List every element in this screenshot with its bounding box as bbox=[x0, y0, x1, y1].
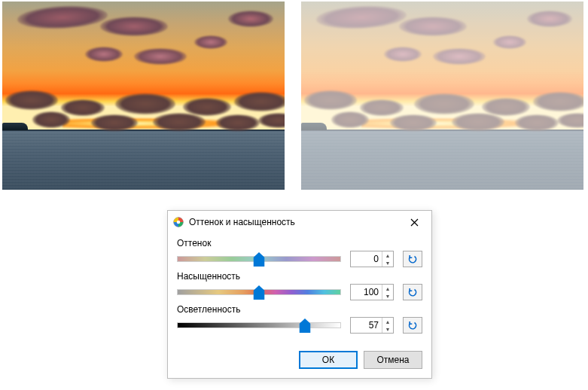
preview-images-row bbox=[0, 0, 588, 190]
lightness-label: Осветленность bbox=[177, 304, 422, 315]
hue-value: 0 bbox=[351, 254, 382, 264]
saturation-spin-down[interactable]: ▼ bbox=[382, 292, 393, 300]
hue-track bbox=[177, 256, 341, 262]
hue-reset-button[interactable] bbox=[403, 251, 422, 267]
saturation-spinner: ▲ ▼ bbox=[382, 285, 393, 300]
app-icon bbox=[172, 216, 184, 228]
lightness-reset-button[interactable] bbox=[403, 317, 422, 334]
dialog-titlebar[interactable]: Оттенок и насыщенность bbox=[168, 211, 431, 233]
close-icon bbox=[410, 218, 419, 227]
hue-spin-down[interactable]: ▼ bbox=[382, 259, 393, 267]
dialog-title: Оттенок и насыщенность bbox=[189, 217, 398, 227]
saturation-row: Насыщенность 100 ▲ ▼ bbox=[177, 271, 422, 301]
lightness-track bbox=[177, 322, 341, 328]
hue-spin-up[interactable]: ▲ bbox=[382, 251, 393, 259]
hue-saturation-dialog: Оттенок и насыщенность Оттенок 0 bbox=[167, 210, 432, 379]
lightness-number-input[interactable]: 57 ▲ ▼ bbox=[350, 317, 394, 334]
lightness-row: Осветленность 57 ▲ ▼ bbox=[177, 304, 422, 334]
undo-icon bbox=[407, 320, 418, 331]
saturation-track bbox=[177, 289, 341, 295]
preview-image-modified bbox=[301, 2, 583, 190]
cancel-button[interactable]: Отмена bbox=[364, 351, 422, 369]
lightness-value: 57 bbox=[351, 320, 382, 331]
saturation-reset-button[interactable] bbox=[403, 284, 422, 300]
saturation-value: 100 bbox=[351, 287, 382, 297]
lightness-spinner: ▲ ▼ bbox=[382, 318, 393, 333]
dialog-body: Оттенок 0 ▲ ▼ bbox=[168, 233, 431, 345]
saturation-slider[interactable] bbox=[177, 283, 341, 301]
hue-slider[interactable] bbox=[177, 250, 341, 268]
saturation-number-input[interactable]: 100 ▲ ▼ bbox=[350, 284, 394, 300]
hue-number-input[interactable]: 0 ▲ ▼ bbox=[350, 251, 394, 267]
svg-point-1 bbox=[177, 221, 181, 224]
hue-spinner: ▲ ▼ bbox=[382, 251, 393, 267]
saturation-spin-up[interactable]: ▲ bbox=[382, 285, 393, 292]
lightness-slider[interactable] bbox=[177, 316, 341, 334]
dialog-footer: ОК Отмена bbox=[168, 345, 431, 378]
hue-label: Оттенок bbox=[177, 238, 422, 248]
lightness-spin-up[interactable]: ▲ bbox=[382, 318, 393, 325]
lightness-spin-down[interactable]: ▼ bbox=[382, 325, 393, 333]
close-button[interactable] bbox=[398, 212, 430, 233]
undo-icon bbox=[407, 254, 418, 264]
saturation-label: Насыщенность bbox=[177, 271, 422, 282]
undo-icon bbox=[407, 287, 418, 297]
preview-image-original bbox=[2, 2, 285, 190]
ok-button[interactable]: ОК bbox=[299, 351, 358, 369]
hue-row: Оттенок 0 ▲ ▼ bbox=[177, 238, 422, 268]
